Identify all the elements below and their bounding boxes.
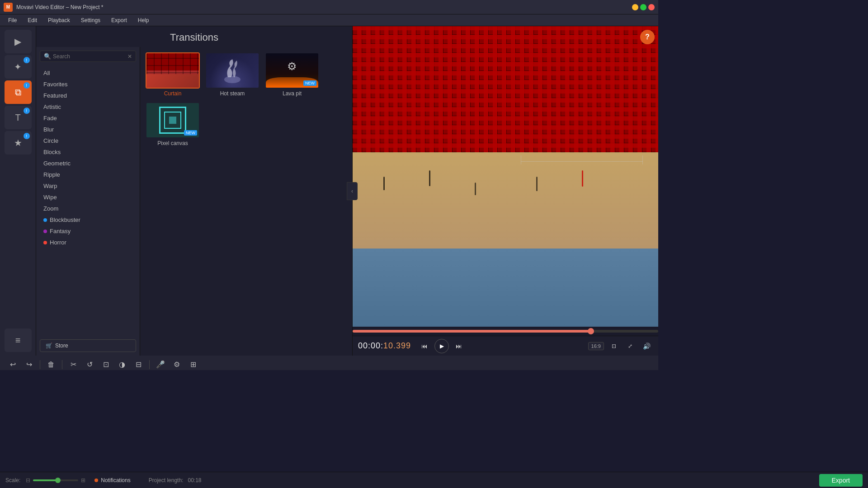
transitions-badge: ! xyxy=(24,82,30,89)
toolbar: ↩ ↪ 🗑 ✂ ↺ ⊡ ◑ ⊟ 🎤 ⚙ ⊞ xyxy=(0,356,658,370)
menu-file[interactable]: File xyxy=(4,16,21,24)
category-artistic[interactable]: Artistic xyxy=(36,101,140,113)
transition-grid: Curtain xyxy=(140,47,352,356)
menu-settings[interactable]: Settings xyxy=(76,16,105,24)
search-input[interactable] xyxy=(53,53,127,60)
delete-button[interactable]: 🗑 xyxy=(44,358,58,371)
category-zoom[interactable]: Zoom xyxy=(36,203,140,214)
category-label: Featured xyxy=(43,92,67,99)
category-all[interactable]: All xyxy=(36,67,140,79)
volume-button[interactable]: 🔊 xyxy=(640,340,653,352)
app-icon: M xyxy=(4,3,13,12)
menu-playback[interactable]: Playback xyxy=(43,16,75,24)
search-bar[interactable]: 🔍 ✕ xyxy=(40,51,136,62)
menu-export[interactable]: Export xyxy=(107,16,132,24)
category-label: Fantasy xyxy=(50,228,71,235)
category-wipe[interactable]: Wipe xyxy=(36,192,140,203)
category-label: Blockbuster xyxy=(50,216,80,223)
text-icon: T xyxy=(15,113,20,123)
skip-forward-button[interactable]: ⏭ xyxy=(453,340,465,352)
clear-search-icon[interactable]: ✕ xyxy=(127,53,132,60)
left-sidebar: ▶ ✦ ! ⧉ ! T ! ★ ! ≡ xyxy=(0,26,36,356)
cut-button[interactable]: ✂ xyxy=(66,358,80,371)
preview-scrubber[interactable] xyxy=(353,327,658,336)
time-value: 00:00:10.399 xyxy=(358,341,411,350)
maximize-button[interactable]: □ xyxy=(640,4,646,10)
category-label: Fade xyxy=(43,115,57,122)
stickers-badge: ! xyxy=(24,133,30,139)
transitions-body: 🔍 ✕ All Favorites Featured Artistic Fade… xyxy=(36,47,352,356)
close-button[interactable]: × xyxy=(648,4,655,10)
window-controls[interactable]: − □ × xyxy=(632,4,655,10)
menu-help[interactable]: Help xyxy=(133,16,154,24)
minimize-button[interactable]: − xyxy=(632,4,638,10)
transition-label-curtain: Curtain xyxy=(146,90,200,97)
collapse-panel-button[interactable]: ‹ xyxy=(347,182,358,200)
store-label: Store xyxy=(55,343,68,349)
skip-back-button[interactable]: ⏮ xyxy=(418,340,431,352)
category-blur[interactable]: Blur xyxy=(36,124,140,135)
sidebar-btn-video[interactable]: ▶ xyxy=(5,30,32,53)
rotate-button[interactable]: ↺ xyxy=(82,358,97,371)
category-ripple[interactable]: Ripple xyxy=(36,169,140,180)
category-geometric[interactable]: Geometric xyxy=(36,158,140,169)
transition-curtain[interactable]: Curtain xyxy=(146,52,200,97)
transition-hotsteam[interactable]: Hot steam xyxy=(205,52,259,97)
transition-label-lavapit: Lava pit xyxy=(265,90,319,97)
transition-thumb-lavapit: ⚙ NEW xyxy=(265,52,319,89)
help-button[interactable]: ? xyxy=(640,30,655,44)
category-circle[interactable]: Circle xyxy=(36,135,140,146)
sidebar-btn-transitions[interactable]: ⧉ ! xyxy=(5,80,32,104)
fantasy-dot xyxy=(43,230,47,233)
overlay-button[interactable]: ⊟ xyxy=(131,358,146,371)
category-fantasy[interactable]: Fantasy xyxy=(36,225,140,237)
redo-button[interactable]: ↪ xyxy=(22,358,36,371)
category-warp[interactable]: Warp xyxy=(36,180,140,192)
scrubber-fill xyxy=(353,330,591,333)
transition-label-pixelcanvas: Pixel canvas xyxy=(146,140,200,146)
transition-thumb-hotsteam xyxy=(205,52,259,89)
category-featured[interactable]: Featured xyxy=(36,90,140,101)
category-label: Blocks xyxy=(43,149,61,155)
color-button[interactable]: ◑ xyxy=(115,358,129,371)
category-favorites[interactable]: Favorites xyxy=(36,79,140,90)
sidebar-btn-effects[interactable]: ✦ ! xyxy=(5,55,32,79)
category-label: Horror xyxy=(50,239,66,246)
category-horror[interactable]: Horror xyxy=(36,237,140,248)
play-button[interactable]: ▶ xyxy=(434,339,449,353)
horror-dot xyxy=(43,241,47,244)
scrubber-track[interactable] xyxy=(353,330,658,333)
category-blocks[interactable]: Blocks xyxy=(36,146,140,158)
fullscreen-button[interactable]: ⊡ xyxy=(608,340,620,352)
menu-edit[interactable]: Edit xyxy=(23,16,42,24)
record-button[interactable]: 🎤 xyxy=(153,358,168,371)
crop-button[interactable]: ⊡ xyxy=(99,358,113,371)
adjust-button[interactable]: ⊞ xyxy=(186,358,200,371)
settings-button[interactable]: ⚙ xyxy=(170,358,184,371)
blockbuster-dot xyxy=(43,218,47,222)
transition-lavapit[interactable]: ⚙ NEW Lava pit xyxy=(265,52,319,97)
category-label: Artistic xyxy=(43,103,61,110)
toolbar-separator3 xyxy=(149,360,150,369)
expand-button[interactable]: ⤢ xyxy=(624,340,637,352)
video-icon: ▶ xyxy=(14,36,21,47)
text-badge: ! xyxy=(24,108,30,114)
category-fade[interactable]: Fade xyxy=(36,113,140,124)
sidebar-btn-stickers[interactable]: ★ ! xyxy=(5,131,32,155)
category-label: Zoom xyxy=(43,205,58,212)
transition-pixelcanvas[interactable]: NEW Pixel canvas xyxy=(146,102,200,146)
store-button[interactable]: 🛒 Store xyxy=(40,339,136,352)
transition-thumb-curtain xyxy=(146,52,200,89)
help-icon: ? xyxy=(645,33,650,41)
category-blockbuster[interactable]: Blockbuster xyxy=(36,214,140,225)
scrubber-handle[interactable] xyxy=(588,328,594,334)
aspect-ratio-badge: 16:9 xyxy=(588,342,604,350)
transitions-content: Transitions 🔍 ✕ All Favorites Featured A… xyxy=(36,26,352,356)
category-label: Ripple xyxy=(43,171,60,178)
playback-controls: 00:00:10.399 ⏮ ▶ ⏭ 16:9 ⊡ ⤢ 🔊 xyxy=(353,336,658,356)
effects-icon: ✦ xyxy=(14,61,22,72)
undo-button[interactable]: ↩ xyxy=(5,358,20,371)
preview-area: ? 00:00:10.399 ⏮ ▶ ⏭ 16:9 ⊡ ⤢ 🔊 xyxy=(353,26,658,356)
sidebar-btn-text[interactable]: T ! xyxy=(5,106,32,129)
sidebar-btn-filters[interactable]: ≡ xyxy=(5,328,32,352)
